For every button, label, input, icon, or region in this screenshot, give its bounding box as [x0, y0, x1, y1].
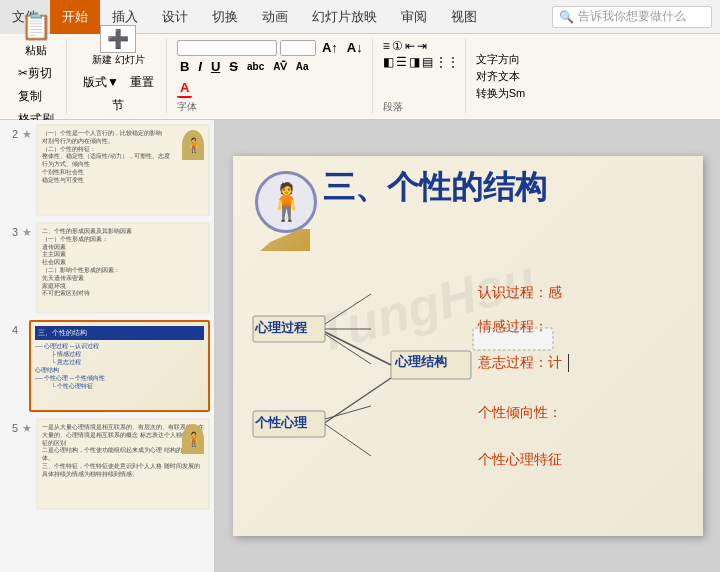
font-size-input[interactable]	[280, 40, 316, 56]
text-direction-group: 文字方向 对齐文本 转换为Sm	[470, 39, 532, 114]
slide2-text: （一）个性是一个人言行的，比较稳定的影响 对别号行为的内在倾向性。 （二）个性的…	[42, 130, 204, 185]
slide-thumb-4[interactable]: 三、个性的结构 ── 心理过程 ─ 认识过程 ├ 情感过程 └ 意志过程 心理结…	[29, 320, 210, 412]
strikethrough-button[interactable]: S	[226, 58, 241, 75]
yizhi-node: 意志过程：计	[478, 354, 562, 372]
numbering-button[interactable]: ①	[392, 39, 403, 53]
slide-num-3: 3	[4, 226, 18, 238]
slide-thumb-3[interactable]: 二、个性的形成因素及其影响因素 （一）个性形成的因素： 遗传因素 主主因素 社会…	[36, 222, 210, 314]
convert-sm-button[interactable]: 转换为Sm	[476, 86, 526, 101]
main-area: 2 ★ 🧍 （一）个性是一个人言行的，比较稳定的影响 对别号行为的内在倾向性。 …	[0, 120, 720, 572]
slide-figure: 🧍	[253, 166, 323, 256]
menu-view[interactable]: 视图	[439, 0, 489, 34]
slide-panel[interactable]: 2 ★ 🧍 （一）个性是一个人言行的，比较稳定的影响 对别号行为的内在倾向性。 …	[0, 120, 215, 572]
slide5-text: 一是从大量心理情境是相互联系的、有层次的、有联系的。在大量的、心理情境是相互联系…	[42, 424, 204, 479]
clipboard-group: 📋 粘贴 ✂剪切 复制 格式刷 剪贴板	[6, 39, 67, 114]
qingxiang-node: 个性倾向性：	[478, 404, 562, 422]
xinli-tezheng-node: 个性心理特征	[478, 451, 562, 469]
section-button[interactable]: 节	[108, 95, 128, 116]
slide-star-4	[22, 324, 25, 336]
slide-thumb-2[interactable]: 🧍 （一）个性是一个人言行的，比较稳定的影响 对别号行为的内在倾向性。 （二）个…	[36, 124, 210, 216]
dashed-box	[473, 328, 553, 350]
gexing-xinli-node: 个性心理	[255, 414, 307, 432]
font-color-button[interactable]: A	[177, 79, 192, 98]
slides-group: ➕ 新建 幻灯片 版式▼ 重置 节 幻灯片	[71, 39, 167, 114]
slide-thumb-5[interactable]: 🧍 一是从大量心理情境是相互联系的、有层次的、有联系的。在大量的、心理情境是相互…	[36, 418, 210, 510]
paragraph-group: ≡ ① ⇤ ⇥ ◧ ☰ ◨ ▤ ⋮⋮ 段落	[377, 39, 466, 114]
increase-indent-button[interactable]: ⇥	[417, 39, 427, 53]
search-placeholder: 告诉我你想要做什么	[578, 8, 686, 25]
text-direction-button[interactable]: 文字方向	[476, 52, 520, 67]
slide-item-5[interactable]: 5 ★ 🧍 一是从大量心理情境是相互联系的、有层次的、有联系的。在大量的、心理情…	[4, 418, 210, 510]
copy-button[interactable]: 复制	[14, 86, 58, 107]
menu-transition[interactable]: 切换	[200, 0, 250, 34]
slide-item-4[interactable]: 4 三、个性的结构 ── 心理过程 ─ 认识过程 ├ 情感过程 └ 意志过程 心…	[4, 320, 210, 412]
align-left-button[interactable]: ◧	[383, 55, 394, 69]
cut-button[interactable]: ✂剪切	[14, 63, 58, 84]
paste-icon: 📋	[20, 11, 52, 43]
center-node: 心理结构	[395, 353, 447, 371]
font-group: A↑ A↓ B I U S abc AV̄ Aa A 字体	[171, 39, 373, 114]
font-name-input[interactable]	[177, 40, 277, 56]
slide-item-3[interactable]: 3 ★ 二、个性的形成因素及其影响因素 （一）个性形成的因素： 遗传因素 主主因…	[4, 222, 210, 314]
italic-button[interactable]: I	[195, 58, 205, 75]
bold-button[interactable]: B	[177, 58, 192, 75]
slide-num-5: 5	[4, 422, 18, 434]
xinli-guocheng-node: 心理过程	[255, 319, 307, 337]
slide4-thumb-header: 三、个性的结构	[35, 326, 204, 340]
search-box[interactable]: 🔍 告诉我你想要做什么	[552, 6, 712, 28]
slide-thumb-inner-4: 三、个性的结构 ── 心理过程 ─ 认识过程 ├ 情感过程 └ 意志过程 心理结…	[31, 322, 208, 410]
decrease-font-button[interactable]: A↓	[344, 39, 366, 56]
justify-button[interactable]: ▤	[422, 55, 433, 69]
figure-person-icon: 🧍	[264, 181, 309, 223]
slide-thumb-inner-2: 🧍 （一）个性是一个人言行的，比较稳定的影响 对别号行为的内在倾向性。 （二）个…	[38, 126, 208, 214]
underline-button[interactable]: U	[208, 58, 223, 75]
slide-canvas[interactable]: 🧍 三、个性的结构 TungHsu	[215, 120, 720, 572]
new-slide-button[interactable]: ➕ 新建 幻灯片	[87, 22, 150, 70]
align-center-button[interactable]: ☰	[396, 55, 407, 69]
paste-button[interactable]: 📋 粘贴	[15, 8, 57, 61]
paragraph-label: 段落	[383, 100, 459, 114]
increase-font-button[interactable]: A↑	[319, 39, 341, 56]
slide5-figure: 🧍	[182, 424, 204, 454]
slide-thumb-inner-5: 🧍 一是从大量心理情境是相互联系的、有层次的、有联系的。在大量的、心理情境是相互…	[38, 420, 208, 508]
decrease-indent-button[interactable]: ⇤	[405, 39, 415, 53]
font-label: 字体	[177, 100, 366, 114]
slide3-text: 二、个性的形成因素及其影响因素 （一）个性形成的因素： 遗传因素 主主因素 社会…	[42, 228, 204, 298]
menu-animation[interactable]: 动画	[250, 0, 300, 34]
slide-item-2[interactable]: 2 ★ 🧍 （一）个性是一个人言行的，比较稳定的影响 对别号行为的内在倾向性。 …	[4, 124, 210, 216]
reset-button[interactable]: 重置	[126, 72, 158, 93]
slide-num-4: 4	[4, 324, 18, 336]
ribbon: 📋 粘贴 ✂剪切 复制 格式刷 剪贴板 ➕ 新建 幻灯片 版式▼ 重置	[0, 34, 720, 120]
align-text-button[interactable]: 对齐文本	[476, 69, 520, 84]
text-cursor	[568, 354, 569, 372]
superscript-button[interactable]: Aa	[293, 60, 312, 73]
slide-star-5: ★	[22, 422, 32, 435]
columns-button[interactable]: ⋮⋮	[435, 55, 459, 69]
bullets-button[interactable]: ≡	[383, 39, 390, 53]
slide-main-title: 三、个性的结构	[323, 166, 693, 210]
menu-review[interactable]: 审阅	[389, 0, 439, 34]
slide4-mind: ── 心理过程 ─ 认识过程 ├ 情感过程 └ 意志过程 心理结构 ── 个性心…	[35, 343, 204, 390]
slide2-figure: 🧍	[182, 130, 204, 160]
slide-num-2: 2	[4, 128, 18, 140]
slide-star-2: ★	[22, 128, 32, 141]
new-slide-icon: ➕	[100, 25, 136, 53]
renzhi-node: 认识过程：感	[478, 284, 562, 302]
slide-thumb-inner-3: 二、个性的形成因素及其影响因素 （一）个性形成的因素： 遗传因素 主主因素 社会…	[38, 224, 208, 312]
search-icon: 🔍	[559, 10, 574, 24]
align-right-button[interactable]: ◨	[409, 55, 420, 69]
abc-button[interactable]: abc	[244, 60, 267, 73]
menu-slideshow[interactable]: 幻灯片放映	[300, 0, 389, 34]
slide-star-3: ★	[22, 226, 32, 239]
slide-title-area: 三、个性的结构	[323, 166, 693, 210]
slide-view: 🧍 三、个性的结构 TungHsu	[233, 156, 703, 536]
subscript-button[interactable]: AV̄	[270, 60, 289, 73]
layout-button[interactable]: 版式▼	[79, 72, 123, 93]
